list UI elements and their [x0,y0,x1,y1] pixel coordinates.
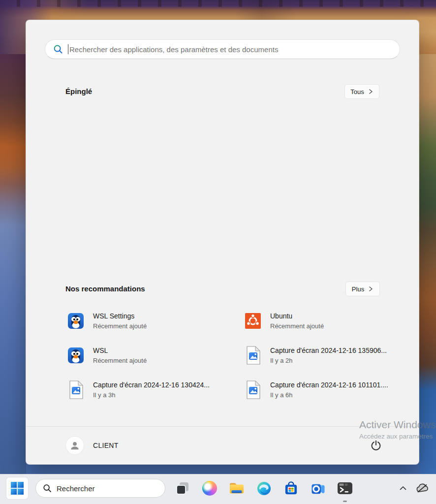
pinned-all-button[interactable]: Tous [344,84,379,99]
image-file-icon [245,346,261,365]
pinned-apps-area [65,104,380,276]
recommended-item-wsl[interactable]: WSL Récemment ajouté [65,338,243,373]
recommended-item-ubuntu[interactable]: Ubuntu Récemment ajouté [243,304,420,338]
all-button-label: Tous [350,88,364,95]
pinned-section-header: Épinglé [65,84,92,99]
user-name: CLIENT [93,441,119,449]
recommended-grid: WSL Settings Récemment ajouté [65,304,420,407]
recommended-item-screenshot[interactable]: Capture d'écran 2024-12-16 130424... Il … [65,373,243,407]
chevron-right-icon [368,286,374,292]
onedrive-status-button[interactable] [412,477,432,499]
taskbar-search-label: Rechercher [57,484,95,493]
recommended-item-wsl-settings[interactable]: WSL Settings Récemment ajouté [65,304,243,338]
item-subtitle: Récemment ajouté [93,356,147,365]
chevron-up-icon [399,485,407,491]
search-placeholder: Rechercher des applications, des paramèt… [69,45,278,54]
outlook-icon [311,481,326,496]
task-view-button[interactable] [172,477,193,499]
recommended-more-button[interactable]: Plus [345,282,380,296]
file-explorer-button[interactable] [226,477,248,499]
start-menu-footer: CLIENT [26,426,419,464]
recommended-section-header: Nos recommandations [65,282,145,296]
terminal-button[interactable] [334,477,356,499]
item-subtitle: Récemment ajouté [270,322,324,330]
chevron-right-icon [368,89,374,94]
wsl-penguin-icon [67,313,84,329]
wsl-penguin-icon [67,347,84,363]
edge-button[interactable] [253,477,275,499]
copilot-icon [202,481,217,496]
microsoft-store-icon [283,481,299,496]
item-title: Capture d'écran 2024-12-16 135906... [270,346,387,355]
copilot-button[interactable] [199,477,220,499]
item-title: WSL [93,346,147,355]
edge-icon [256,481,272,496]
item-subtitle: Il y a 3h [93,391,210,399]
search-icon [53,44,63,54]
start-menu-panel: Rechercher des applications, des paramèt… [26,20,419,465]
ubuntu-logo-icon [245,313,261,329]
start-search-input[interactable]: Rechercher des applications, des paramèt… [45,39,400,59]
wallpaper-right-edge [419,54,436,474]
user-avatar [66,437,84,454]
item-subtitle: Il y a 6h [270,391,388,399]
windows-logo-icon [11,482,24,495]
item-subtitle: Récemment ajouté [93,322,147,330]
item-title: Capture d'écran 2024-12-16 101101.... [270,380,388,390]
taskbar-search-box[interactable]: Rechercher [35,479,165,498]
start-button[interactable] [6,477,28,499]
task-view-icon [175,481,190,496]
search-icon [43,484,52,493]
microsoft-store-button[interactable] [280,477,302,499]
terminal-running-indicator [343,501,347,502]
power-button[interactable] [366,436,386,455]
desktop-screen: Rechercher des applications, des paramèt… [0,0,436,504]
text-cursor [68,44,68,54]
item-subtitle: Il y a 2h [270,356,387,365]
tray-expand-button[interactable] [393,477,413,499]
taskbar: Rechercher [0,474,436,504]
image-file-icon [67,380,84,399]
item-title: WSL Settings [93,312,147,321]
file-explorer-icon [229,480,245,496]
recommended-item-screenshot[interactable]: Capture d'écran 2024-12-16 101101.... Il… [243,373,420,407]
recommended-item-screenshot[interactable]: Capture d'écran 2024-12-16 135906... Il … [243,338,420,373]
wallpaper-left-edge [0,54,26,474]
image-file-icon [245,380,261,399]
outlook-button[interactable] [307,477,329,499]
item-title: Capture d'écran 2024-12-16 130424... [93,380,210,390]
more-button-label: Plus [352,285,364,293]
onedrive-offline-icon [416,483,429,493]
terminal-icon [337,481,353,496]
item-title: Ubuntu [270,312,324,321]
user-profile-button[interactable]: CLIENT [66,435,123,456]
